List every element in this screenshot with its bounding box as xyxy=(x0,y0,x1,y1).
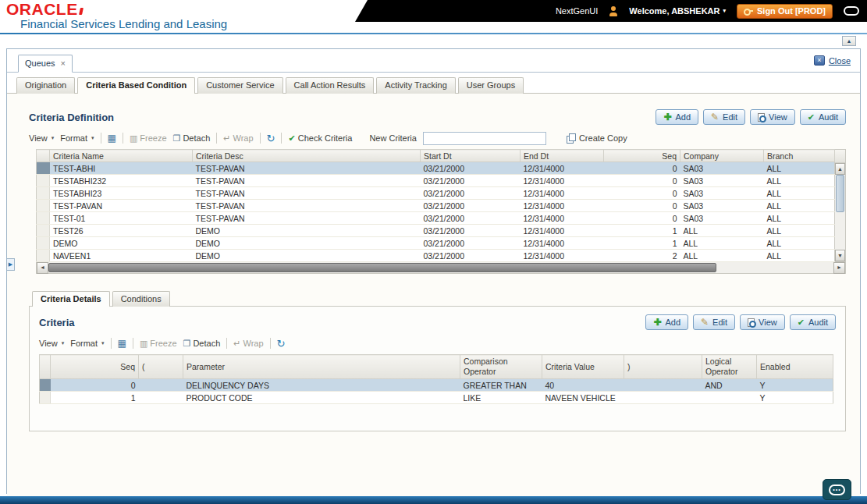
format-menu[interactable]: Format▾ xyxy=(60,133,94,143)
row-selector[interactable] xyxy=(40,379,51,392)
row-selector[interactable] xyxy=(37,225,50,237)
export-grid-icon[interactable]: ▦ xyxy=(108,133,116,144)
add-button[interactable]: ✚Add xyxy=(656,109,698,125)
column-header[interactable]: ( xyxy=(139,355,183,379)
cell: ALL xyxy=(764,237,835,250)
detach-button[interactable]: ❐Detach xyxy=(173,133,211,144)
table-row[interactable]: 0DELINQUENCY DAYSGREATER THAN40ANDY xyxy=(40,379,833,392)
format-menu[interactable]: Format▾ xyxy=(70,339,104,348)
audit-button[interactable]: ✔Audit xyxy=(790,314,836,330)
collapse-pane-handle[interactable]: ▶ xyxy=(6,258,15,271)
tab-customer-service[interactable]: Customer Service xyxy=(197,77,282,94)
column-header[interactable]: Start Dt xyxy=(421,150,521,162)
table-row[interactable]: NAVEEN1DEMO03/21/200012/31/40002ALLALL xyxy=(37,250,835,262)
cell: TEST-PAVAN xyxy=(193,175,421,187)
view-button[interactable]: View xyxy=(740,314,785,330)
scroll-left-button[interactable]: ◄ xyxy=(37,262,48,274)
freeze-button[interactable]: ▥Freeze xyxy=(130,133,167,144)
row-selector[interactable] xyxy=(37,162,50,175)
row-selector[interactable] xyxy=(37,237,50,250)
row-selector[interactable] xyxy=(37,200,50,212)
column-header[interactable]: Parameter xyxy=(183,355,460,379)
table-row[interactable]: TEST-ABHITEST-PAVAN03/21/200012/31/40000… xyxy=(37,162,835,175)
cell: 12/31/4000 xyxy=(521,187,604,200)
tab-call-action-results[interactable]: Call Action Results xyxy=(286,77,375,94)
table-row[interactable]: TEST26DEMO03/21/200012/31/40001ALLALL xyxy=(37,225,835,237)
refresh-icon[interactable]: ↻ xyxy=(267,133,275,144)
view-button[interactable]: View xyxy=(750,109,795,125)
wrap-button[interactable]: ↵Wrap xyxy=(223,133,253,144)
table-row[interactable]: TESTABHI23TEST-PAVAN03/21/200012/31/4000… xyxy=(37,187,835,200)
cell: ALL xyxy=(680,225,764,237)
signout-button[interactable]: Sign Out [PROD] xyxy=(737,4,833,19)
add-button[interactable]: ✚Add xyxy=(645,314,688,330)
tab-criteria-details[interactable]: Criteria Details xyxy=(32,291,110,307)
column-header[interactable]: Criteria Value xyxy=(542,355,624,379)
scroll-down-button[interactable]: ▼ xyxy=(835,250,845,261)
edit-button[interactable]: ✎Edit xyxy=(693,314,735,330)
cell: DEMO xyxy=(193,225,421,237)
row-selector[interactable] xyxy=(40,392,51,404)
edit-button[interactable]: ✎Edit xyxy=(703,109,745,125)
feedback-bubble-icon[interactable] xyxy=(844,6,859,16)
nextgenui-link[interactable]: NextGenUI xyxy=(556,6,598,16)
view-menu-label: View xyxy=(39,339,58,348)
column-header[interactable]: Seq xyxy=(604,150,680,162)
vertical-scrollbar-track[interactable] xyxy=(835,212,845,250)
table-row[interactable]: TEST-01TEST-PAVAN03/21/200012/31/40000SA… xyxy=(37,212,835,225)
column-header[interactable]: Enabled xyxy=(757,355,833,379)
column-header[interactable]: End Dt xyxy=(521,150,604,162)
tab-user-groups[interactable]: User Groups xyxy=(458,77,524,94)
view-menu[interactable]: View▾ xyxy=(29,133,54,143)
row-selector[interactable] xyxy=(37,212,50,225)
horizontal-scrollbar-thumb[interactable] xyxy=(48,263,716,272)
column-header[interactable]: Seq xyxy=(51,355,139,379)
column-header[interactable]: Branch xyxy=(764,150,835,162)
action-buttons: ✚Add ✎Edit View ✔Audit xyxy=(645,314,836,330)
tab-queues[interactable]: Queues × xyxy=(18,55,73,73)
row-selector[interactable] xyxy=(37,175,50,187)
table-row[interactable]: TESTABHI232TEST-PAVAN03/21/200012/31/400… xyxy=(37,175,835,187)
new-criteria-input[interactable] xyxy=(423,132,546,145)
bottom-bar xyxy=(0,496,867,504)
detach-button[interactable]: ❐Detach xyxy=(183,339,221,349)
welcome-user-menu[interactable]: Welcome, ABSHEKAR▾ xyxy=(629,6,726,16)
column-header[interactable]: Company xyxy=(680,150,764,162)
scrollbar-corner xyxy=(835,150,845,163)
scroll-up-button[interactable]: ▲ xyxy=(835,163,845,175)
row-selector[interactable] xyxy=(37,250,50,262)
separator xyxy=(133,338,133,349)
export-grid-icon[interactable]: ▦ xyxy=(118,338,126,349)
chat-button[interactable]: ••• xyxy=(823,479,851,500)
tab-close-icon[interactable]: × xyxy=(61,60,66,67)
tab-activity-tracking[interactable]: Activity Tracking xyxy=(376,77,455,94)
table-row[interactable]: TEST-PAVANTEST-PAVAN03/21/200012/31/4000… xyxy=(37,200,835,212)
view-menu-label: View xyxy=(29,133,48,143)
create-copy-button[interactable]: Create Copy xyxy=(567,133,627,143)
row-selector[interactable] xyxy=(37,187,50,200)
view-menu[interactable]: View▾ xyxy=(39,339,64,348)
scroll-right-button[interactable]: ► xyxy=(833,262,845,274)
criteria-grid-wrap: Seq(ParameterComparison OperatorCriteria… xyxy=(39,354,836,404)
wrap-button[interactable]: ↵Wrap xyxy=(233,339,263,349)
close-button[interactable]: × Close xyxy=(814,55,851,66)
vertical-scrollbar-thumb[interactable] xyxy=(836,175,844,212)
table-row[interactable]: DEMODEMO03/21/200012/31/40001ALLALL xyxy=(37,237,835,250)
column-header[interactable]: Criteria Name xyxy=(50,150,193,162)
refresh-icon[interactable]: ↻ xyxy=(277,338,286,350)
column-header[interactable]: Logical Operator xyxy=(702,355,757,379)
column-header[interactable]: Criteria Desc xyxy=(193,150,421,162)
table-row[interactable]: 1PRODUCT CODELIKENAVEEN VEHICLEY xyxy=(40,392,833,404)
audit-button[interactable]: ✔Audit xyxy=(800,109,846,125)
tab-origination[interactable]: Origination xyxy=(16,77,75,94)
vertical-scrollbar[interactable]: ▲ ▼ xyxy=(835,149,846,262)
horizontal-scrollbar-track[interactable] xyxy=(716,262,833,273)
page-scroll-up-button[interactable]: ▲ xyxy=(842,36,856,46)
horizontal-scrollbar[interactable]: ◄ ► xyxy=(36,262,846,274)
freeze-button[interactable]: ▥Freeze xyxy=(140,339,177,349)
column-header[interactable]: Comparison Operator xyxy=(460,355,542,379)
check-criteria-button[interactable]: ✔Check Criteria xyxy=(288,133,352,144)
column-header[interactable]: ) xyxy=(624,355,702,379)
tab-conditions[interactable]: Conditions xyxy=(112,291,170,307)
tab-criteria-based-condition[interactable]: Criteria Based Condition xyxy=(77,77,195,94)
